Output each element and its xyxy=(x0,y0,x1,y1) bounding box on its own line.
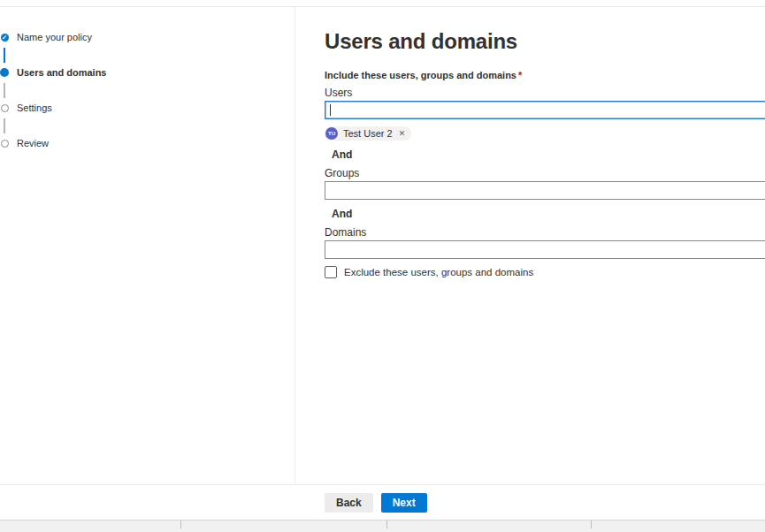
step-label: Settings xyxy=(17,103,52,113)
wizard-footer: Back Next xyxy=(0,484,765,520)
step-connector xyxy=(4,83,5,98)
wizard-page: ✓ Name your policy Users and domains Set… xyxy=(0,0,765,532)
page-title: Users and domains xyxy=(325,30,765,53)
back-button[interactable]: Back xyxy=(325,493,373,513)
bottom-bar xyxy=(0,520,765,532)
text-caret xyxy=(330,104,331,116)
chip-name: Test User 2 xyxy=(343,128,393,139)
avatar: TU xyxy=(325,127,338,140)
user-chip[interactable]: TU Test User 2 ✕ xyxy=(325,126,411,141)
step-name-your-policy[interactable]: ✓ Name your policy xyxy=(0,30,295,44)
step-upcoming-icon xyxy=(1,104,9,112)
users-label: Users xyxy=(325,87,765,99)
wizard-stepper: ✓ Name your policy Users and domains Set… xyxy=(0,7,295,484)
step-current-icon xyxy=(0,68,9,77)
step-label: Name your policy xyxy=(17,32,92,42)
and-separator: And xyxy=(325,209,765,220)
check-icon: ✓ xyxy=(2,34,7,42)
users-input[interactable] xyxy=(325,101,765,119)
exclude-checkbox-label: Exclude these users, groups and domains xyxy=(344,267,533,277)
step-label: Users and domains xyxy=(17,67,106,78)
chip-dismiss-icon[interactable]: ✕ xyxy=(399,129,406,138)
step-label: Review xyxy=(17,138,49,148)
step-settings[interactable]: Settings xyxy=(0,101,295,115)
wizard-body: ✓ Name your policy Users and domains Set… xyxy=(0,7,765,484)
and-separator: And xyxy=(325,149,765,161)
include-label-text: Include these users, groups and domains xyxy=(325,70,516,80)
step-completed-icon: ✓ xyxy=(1,34,9,42)
main-content: Users and domains Include these users, g… xyxy=(295,7,765,484)
bottom-bar-tick xyxy=(180,521,181,528)
next-button[interactable]: Next xyxy=(381,493,427,513)
groups-label: Groups xyxy=(325,168,765,179)
step-connector xyxy=(4,48,5,63)
users-chip-row: TU Test User 2 ✕ xyxy=(325,123,765,141)
top-strip xyxy=(0,0,765,7)
exclude-checkbox-row: Exclude these users, groups and domains xyxy=(325,266,765,278)
bottom-bar-tick xyxy=(591,521,592,528)
domains-input[interactable] xyxy=(325,240,765,259)
groups-input[interactable] xyxy=(325,181,765,200)
exclude-checkbox[interactable] xyxy=(325,266,337,278)
step-review[interactable]: Review xyxy=(0,136,295,150)
required-marker: * xyxy=(518,70,522,80)
step-connector xyxy=(4,118,5,133)
bottom-bar-tick xyxy=(386,521,387,528)
step-users-and-domains[interactable]: Users and domains xyxy=(0,65,295,80)
step-upcoming-icon xyxy=(1,140,9,148)
domains-label: Domains xyxy=(325,227,765,239)
include-label: Include these users, groups and domains* xyxy=(325,70,765,80)
